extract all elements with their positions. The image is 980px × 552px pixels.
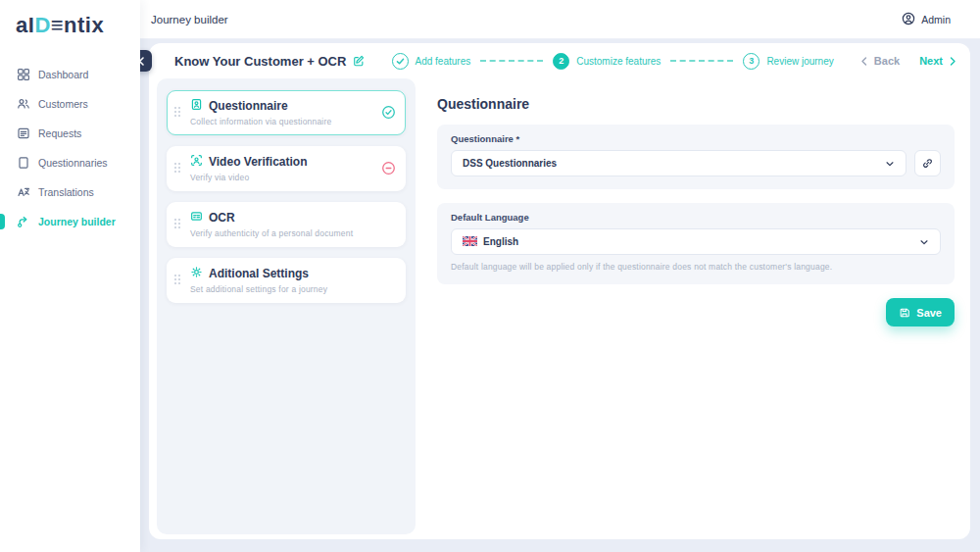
language-field-label: Default Language [451, 212, 941, 223]
drag-handle-icon[interactable] [174, 275, 182, 286]
sidebar-item-label: Customers [38, 98, 88, 110]
feature-card-body: Aditional Settings Set additional settin… [190, 266, 376, 294]
app-root: aID≡ntix Dashboard Customers [0, 0, 980, 552]
excluded-minus-icon [381, 161, 396, 176]
chevron-right-icon [949, 57, 956, 66]
feature-title: Aditional Settings [209, 267, 309, 280]
config-heading: Questionnaire [437, 96, 955, 112]
sidebar: aID≡ntix Dashboard Customers [0, 0, 140, 552]
step-add-features[interactable]: Add features [392, 53, 471, 70]
logo-part: ntix [64, 13, 104, 37]
feature-title: Questionnaire [209, 99, 288, 113]
step-done-check-icon [392, 53, 409, 70]
wizard-back-button[interactable]: Back [860, 55, 900, 67]
default-language-group: Default Language English [437, 203, 955, 284]
logo-part-accent: D [34, 13, 50, 37]
questionnaire-field-label: Questionnaire * [451, 133, 941, 144]
save-row: Save [437, 298, 955, 326]
chevron-down-icon [885, 159, 895, 169]
language-select[interactable]: English [451, 228, 941, 255]
feature-title: OCR [209, 211, 235, 225]
wizard-next-button[interactable]: Next [919, 55, 956, 67]
feature-card-body: OCR Verify authenticity of a personal do… [190, 210, 376, 238]
sidebar-item-customers[interactable]: Customers [0, 89, 140, 119]
edit-journey-icon[interactable] [353, 55, 365, 67]
questionnaire-select[interactable]: DSS Questionnaries [451, 150, 906, 176]
feature-subtitle: Verify authenticity of a personal docume… [190, 228, 376, 238]
questionnaire-group: Questionnaire * DSS Questionnaries [437, 125, 955, 189]
sidebar-nav: Dashboard Customers Requests [0, 60, 140, 236]
uk-flag-icon [463, 236, 477, 248]
logo-part: ≡ [51, 13, 64, 37]
logo-part: a [16, 13, 28, 37]
topbar-title: Journey builder [151, 14, 228, 25]
feature-subtitle: Verify via video [190, 173, 376, 182]
included-check-icon [381, 105, 396, 120]
step-number: 3 [743, 53, 760, 70]
questionnaire-feature-icon [190, 98, 203, 114]
feature-card-additional-settings[interactable]: Aditional Settings Set additional settin… [167, 258, 406, 303]
main-panel: Know Your Customer + OCR Add features [149, 43, 970, 539]
save-button[interactable]: Save [886, 298, 955, 326]
admin-menu[interactable]: Admin [902, 12, 951, 27]
journey-title: Know Your Customer + OCR [174, 54, 346, 69]
feature-subtitle: Set additional settings for a journey [190, 284, 376, 294]
language-helper-text: Default language will be applied only if… [451, 262, 941, 272]
journey-title-row: Know Your Customer + OCR [174, 54, 365, 69]
feature-subtitle: Collect information via questionnaire [190, 117, 376, 126]
drag-handle-icon[interactable] [174, 107, 182, 119]
sidebar-item-dashboard[interactable]: Dashboard [0, 60, 140, 89]
admin-label: Admin [921, 14, 951, 25]
ocr-feature-icon [190, 210, 203, 226]
wizard-next-label: Next [919, 55, 943, 67]
sidebar-item-requests[interactable]: Requests [0, 119, 140, 148]
questionnaires-icon [17, 156, 30, 170]
journey-builder-icon [17, 215, 30, 228]
feature-title: Video Verification [209, 155, 307, 169]
feature-card-video-verification[interactable]: Video Verification Verify via video [167, 146, 406, 191]
feature-card-questionnaire[interactable]: Questionnaire Collect information via qu… [167, 90, 406, 135]
step-review-journey[interactable]: 3 Review journey [743, 53, 833, 70]
chevron-down-icon [919, 237, 929, 247]
sidebar-item-label: Questionnaries [38, 157, 108, 169]
sidebar-item-label: Dashboard [38, 69, 88, 80]
brand-logo: aID≡ntix [0, 0, 140, 38]
journey-stepper: Add features 2 Customize features 3 Revi… [374, 53, 850, 70]
feature-list-panel: Questionnaire Collect information via qu… [157, 78, 416, 534]
sidebar-item-label: Translations [38, 186, 94, 198]
language-select-value: English [483, 236, 518, 247]
save-button-label: Save [916, 307, 942, 319]
topbar: Journey builder Admin [140, 0, 980, 39]
step-label: Customize features [576, 56, 661, 67]
video-verification-icon [190, 154, 203, 170]
active-indicator [0, 214, 5, 229]
feature-card-body: Video Verification Verify via video [190, 154, 376, 182]
dashboard-icon [17, 68, 30, 81]
feature-card-body: Questionnaire Collect information via qu… [190, 98, 376, 126]
step-number: 2 [553, 53, 569, 70]
questionnaire-select-value: DSS Questionnaries [463, 158, 557, 169]
drag-handle-icon[interactable] [174, 219, 182, 230]
step-label: Add features [416, 56, 471, 67]
step-customize-features[interactable]: 2 Customize features [553, 53, 661, 70]
wizard-back-label: Back [874, 55, 900, 67]
feature-config-panel: Questionnaire Questionnaire * DSS Questi… [421, 78, 970, 539]
journey-subheader: Know Your Customer + OCR Add features [149, 43, 970, 78]
stepper-connector [670, 60, 733, 62]
link-icon [921, 157, 934, 170]
chevron-left-icon [860, 57, 868, 66]
sidebar-item-questionnaires[interactable]: Questionnaries [0, 148, 140, 177]
sidebar-item-translations[interactable]: Translations [0, 177, 140, 207]
link-questionnaire-button[interactable] [914, 150, 941, 176]
translations-icon [17, 185, 30, 199]
drag-handle-icon[interactable] [174, 163, 182, 175]
sidebar-item-journey-builder[interactable]: Journey builder [0, 207, 140, 236]
save-disk-icon [899, 307, 910, 319]
sidebar-item-label: Requests [38, 127, 81, 139]
requests-icon [17, 126, 30, 140]
sidebar-item-label: Journey builder [38, 216, 116, 227]
feature-card-ocr[interactable]: OCR Verify authenticity of a personal do… [167, 202, 406, 247]
wizard-nav-actions: Back Next [860, 55, 956, 67]
customers-icon [17, 97, 30, 111]
step-label: Review journey [766, 56, 833, 67]
